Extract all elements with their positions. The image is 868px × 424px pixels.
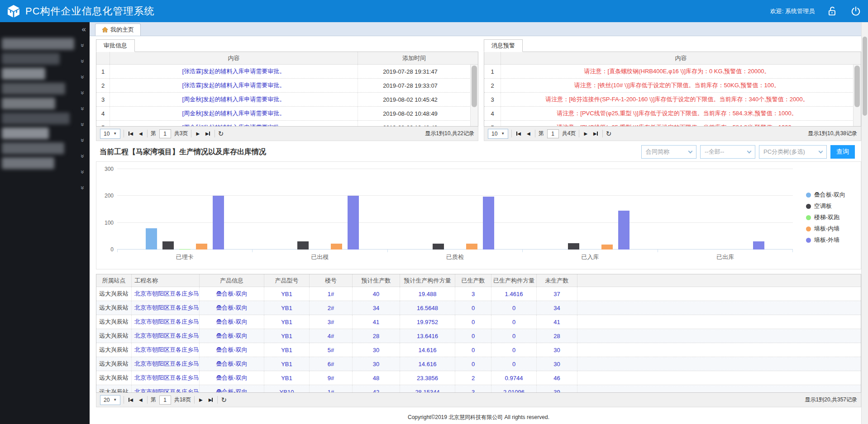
production-cell-7[interactable]: 14.616 xyxy=(400,343,455,357)
production-cell-4[interactable]: YB1 xyxy=(264,371,310,385)
production-cell-link[interactable]: 9# xyxy=(328,375,334,382)
production-last-page-button[interactable]: ▶ xyxy=(207,396,215,403)
production-cell-6[interactable]: 30 xyxy=(353,343,400,357)
production-cell-link[interactable]: 0 xyxy=(512,319,515,325)
production-cell-link[interactable]: 30 xyxy=(553,347,560,353)
production-cell-link[interactable]: 0 xyxy=(472,361,475,367)
production-cell-link[interactable]: 叠合板-双向 xyxy=(216,374,247,382)
production-cell-link[interactable]: 0 xyxy=(512,361,515,367)
legend-item[interactable]: 墙板-内墙 xyxy=(806,225,845,233)
sidebar-redacted-item[interactable] xyxy=(2,98,55,109)
production-cell-link[interactable]: 39 xyxy=(553,389,560,393)
production-cell-9[interactable]: 2.01096 xyxy=(491,385,537,393)
approval-page-size-select[interactable]: 10▼ xyxy=(100,129,120,139)
production-cell-10[interactable]: 30 xyxy=(537,343,577,357)
production-cell-7[interactable]: 28.15344 xyxy=(400,385,455,393)
approval-content-link[interactable]: [张浩霖]发起的辅料入库申请需要审批。 xyxy=(182,81,285,90)
production-cell-link[interactable]: 叠合板-双向 xyxy=(216,360,247,368)
approval-content-link[interactable]: [周金秋]发起的辅料入库申请需要审批。 xyxy=(182,109,285,118)
production-cell-link[interactable]: 北京市朝阳区豆各庄乡马家 xyxy=(134,374,200,382)
pc-category-tree-select[interactable]: PC分类树(多选) xyxy=(759,145,827,159)
approval-content-link[interactable]: [周金秋]发起的辅料入库申请需要审批。 xyxy=(182,123,285,127)
sidebar-expand-chevrons-icon[interactable]: » xyxy=(75,168,90,176)
alerts-refresh-icon[interactable]: ↻ xyxy=(606,130,612,137)
sidebar-redacted-item[interactable] xyxy=(2,127,49,139)
production-cell-link[interactable]: 叠合板-双向 xyxy=(216,318,247,326)
approval-page-input[interactable] xyxy=(159,129,171,138)
approval-scrollbar-thumb[interactable] xyxy=(472,66,477,107)
alerts-next-page-button[interactable]: ▶ xyxy=(582,130,589,137)
production-cell-3[interactable]: 叠合板-双向 xyxy=(200,385,264,393)
production-cell-link[interactable]: 28 xyxy=(553,333,560,339)
production-cell-4[interactable]: YB1 xyxy=(264,315,310,329)
production-cell-8[interactable]: 0 xyxy=(455,301,491,315)
production-cell-link[interactable]: 北京市朝阳区豆各庄乡马家 xyxy=(134,346,200,354)
approval-refresh-icon[interactable]: ↻ xyxy=(218,130,224,137)
production-cell-link[interactable]: YB1 xyxy=(281,333,292,339)
production-cell-2[interactable]: 北京市朝阳区豆各庄乡马家 xyxy=(132,329,200,343)
production-cell-4[interactable]: YB1 xyxy=(264,287,310,301)
production-cell-link[interactable]: 13.6416 xyxy=(417,333,438,339)
legend-item[interactable]: 墙板-外墙 xyxy=(806,236,845,244)
production-cell-link[interactable]: 28 xyxy=(373,333,379,339)
production-cell-9[interactable]: 0 xyxy=(491,315,537,329)
production-cell-7[interactable]: 14.616 xyxy=(400,357,455,371)
sidebar-redacted-item[interactable] xyxy=(2,38,74,50)
production-cell-link[interactable]: 0.9744 xyxy=(505,375,523,382)
page-scrollbar[interactable] xyxy=(861,22,868,424)
approval-prev-page-button[interactable]: ◀ xyxy=(138,130,144,137)
production-cell-4[interactable]: YB1 xyxy=(264,357,310,371)
alerts-page-input[interactable] xyxy=(547,129,559,138)
production-cell-link[interactable]: 0 xyxy=(512,305,515,311)
production-cell-link[interactable]: YB1 xyxy=(281,319,292,325)
production-cell-7[interactable]: 19.488 xyxy=(400,287,455,301)
production-cell-3[interactable]: 叠合板-双向 xyxy=(200,329,264,343)
production-cell-8[interactable]: 0 xyxy=(455,357,491,371)
production-cell-link[interactable]: 42 xyxy=(373,389,379,393)
production-cell-link[interactable]: 28.15344 xyxy=(415,389,439,393)
production-cell-3[interactable]: 叠合板-双向 xyxy=(200,301,264,315)
sidebar-expand-chevrons-icon[interactable]: » xyxy=(75,73,90,81)
contract-name-select[interactable]: 合同简称 xyxy=(641,145,696,159)
production-cell-link[interactable]: 叠合板-双向 xyxy=(216,304,247,312)
production-cell-8[interactable]: 3 xyxy=(455,287,491,301)
sidebar-expand-chevrons-icon[interactable]: » xyxy=(75,89,90,97)
production-cell-6[interactable]: 41 xyxy=(353,315,400,329)
production-cell-link[interactable]: 6# xyxy=(328,361,334,367)
production-cell-link[interactable]: 5# xyxy=(328,347,334,353)
sidebar-redacted-item[interactable] xyxy=(2,83,65,94)
alerts-panel-tab[interactable]: 消息预警 xyxy=(484,39,523,52)
all-filter-select[interactable]: --全部-- xyxy=(700,145,755,159)
production-cell-link[interactable]: YB10 xyxy=(280,389,294,393)
production-cell-4[interactable]: YB1 xyxy=(264,343,310,357)
production-cell-link[interactable]: 14.616 xyxy=(419,347,437,353)
production-cell-4[interactable]: YB1 xyxy=(264,329,310,343)
production-cell-link[interactable]: 2# xyxy=(328,305,334,311)
approval-table-scrollbar[interactable] xyxy=(470,65,478,126)
production-cell-5[interactable]: 4# xyxy=(310,329,353,343)
production-cell-6[interactable]: 28 xyxy=(353,329,400,343)
production-cell-link[interactable]: YB1 xyxy=(281,291,292,297)
production-cell-10[interactable]: 37 xyxy=(537,287,577,301)
production-cell-10[interactable]: 28 xyxy=(537,329,577,343)
alerts-first-page-button[interactable]: ◀ xyxy=(515,130,522,137)
production-cell-7[interactable]: 16.5648 xyxy=(400,301,455,315)
production-cell-link[interactable]: 北京市朝阳区豆各庄乡马家 xyxy=(134,318,200,326)
production-cell-link[interactable]: 41 xyxy=(553,319,560,325)
production-cell-link[interactable]: 0 xyxy=(512,347,515,353)
production-cell-8[interactable]: 0 xyxy=(455,315,491,329)
production-cell-link[interactable]: 北京市朝阳区豆各庄乡马家 xyxy=(134,360,200,368)
production-cell-10[interactable]: 30 xyxy=(537,357,577,371)
production-cell-9[interactable]: 0.9744 xyxy=(491,371,537,385)
production-cell-8[interactable]: 2 xyxy=(455,371,491,385)
alerts-prev-page-button[interactable]: ◀ xyxy=(525,130,532,137)
sidebar-redacted-item[interactable] xyxy=(2,142,64,154)
production-cell-9[interactable]: 0 xyxy=(491,357,537,371)
production-cell-5[interactable]: 1# xyxy=(310,385,353,393)
sidebar-redacted-item[interactable] xyxy=(2,68,45,80)
production-cell-link[interactable]: YB1 xyxy=(281,347,292,353)
approval-next-page-button[interactable]: ▶ xyxy=(195,130,201,137)
sidebar-redacted-item[interactable] xyxy=(2,53,60,65)
production-cell-link[interactable]: 1# xyxy=(328,291,334,297)
production-cell-link[interactable]: 0 xyxy=(472,319,475,325)
